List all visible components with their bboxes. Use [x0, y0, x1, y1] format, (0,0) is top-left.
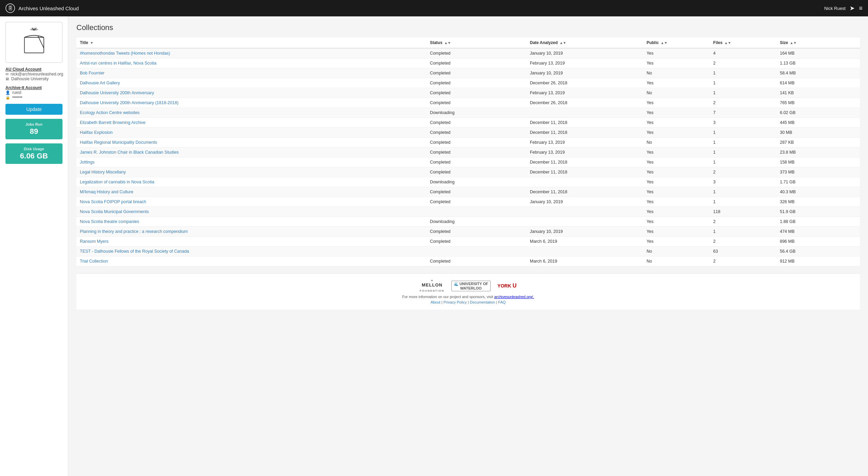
cell-date — [526, 207, 643, 217]
cell-status: Completed — [426, 58, 526, 68]
table-row: Nova Scotia FOIPOP portal breachComplete… — [76, 197, 860, 207]
th-public[interactable]: Public ▲▼ — [643, 38, 710, 48]
cell-files: 1 — [710, 227, 776, 237]
email-icon: ✉ — [5, 72, 9, 76]
cell-files: 7 — [710, 108, 776, 118]
cell-status — [426, 207, 526, 217]
table-row: Legal History MiscellanyCompletedDecembe… — [76, 167, 860, 177]
table-row: TEST - Dalhousie Fellows of the Royal So… — [76, 247, 860, 256]
cell-size: 1.13 GB — [777, 58, 860, 68]
svg-rect-9 — [24, 37, 44, 53]
collection-link[interactable]: Dalhousie University 200th Anniversary (… — [80, 100, 178, 105]
collection-link[interactable]: Ransom Myers — [80, 239, 108, 244]
cell-size: 765 MB — [777, 98, 860, 108]
cell-files: 2 — [710, 217, 776, 227]
collection-link[interactable]: James R. Johnston Chair in Black Canadia… — [80, 150, 179, 155]
collection-link[interactable]: Trial Collection — [80, 259, 108, 264]
brand-title: Archives Unleashed Cloud — [18, 5, 79, 11]
page-title: Collections — [76, 23, 860, 32]
th-status[interactable]: Status ▲▼ — [426, 38, 526, 48]
th-files[interactable]: Files ▲▼ — [710, 38, 776, 48]
header-row: Title ▼ Status ▲▼ Date Analyzed ▲▼ Publi… — [76, 38, 860, 48]
collection-link[interactable]: Dalhousie University 200th Anniversary — [80, 90, 154, 95]
cell-date: January 10, 2019 — [526, 197, 643, 207]
cell-files: 1 — [710, 157, 776, 167]
cell-public: Yes — [643, 58, 710, 68]
size-sort-icon: ▲▼ — [790, 41, 797, 45]
password-row: 🔒 ••••••• — [5, 95, 62, 100]
collection-link[interactable]: Mi'kmaq History and Culture — [80, 190, 133, 194]
th-size[interactable]: Size ▲▼ — [777, 38, 860, 48]
footer-info-text: For more information on our project and … — [402, 295, 493, 299]
cell-public: Yes — [643, 207, 710, 217]
docs-link[interactable]: Documentation — [470, 300, 495, 304]
status-sort-icon: ▲▼ — [444, 41, 451, 45]
collection-link[interactable]: Nova Scotia Municipal Governments — [80, 209, 149, 214]
disk-usage-value: 6.06 GB — [9, 152, 59, 160]
archive-account-title[interactable]: Archive-It Account — [5, 85, 62, 90]
cell-status: Completed — [426, 138, 526, 148]
cell-date: March 6, 2019 — [526, 256, 643, 266]
waterloo-logo: 🌊 UNIVERSITY OFWATERLOO — [451, 281, 491, 291]
sidebar-password: ••••••• — [12, 95, 22, 100]
privacy-link[interactable]: Privacy Policy — [444, 300, 467, 304]
collection-link[interactable]: Halifax Explosion — [80, 130, 113, 135]
logout-icon[interactable]: ➤ — [850, 4, 855, 12]
table-row: Mi'kmaq History and CultureCompletedDece… — [76, 187, 860, 197]
collection-link[interactable]: Ecology Action Centre websites — [80, 110, 140, 115]
cell-size: 164 MB — [777, 48, 860, 58]
footer-links: About | Privacy Policy | Documentation |… — [82, 300, 854, 304]
cell-status: Completed — [426, 187, 526, 197]
jobs-run-value: 89 — [9, 127, 59, 136]
collection-link[interactable]: Artist-run centres in Halifax, Nova Scot… — [80, 61, 156, 66]
collection-link[interactable]: Nova Scotia theatre companies — [80, 219, 139, 224]
update-button[interactable]: Update — [5, 104, 62, 115]
york-logo: YORK U — [497, 283, 517, 289]
cell-date: January 10, 2019 — [526, 227, 643, 237]
cell-public: Yes — [643, 48, 710, 58]
cell-size: 51.9 GB — [777, 207, 860, 217]
au-account-title[interactable]: AU Cloud Account — [5, 67, 62, 72]
footer: ✦ MELLONFOUNDATION 🌊 UNIVERSITY OFWATERL… — [76, 273, 860, 310]
cell-public: Yes — [643, 197, 710, 207]
cell-public: No — [643, 88, 710, 98]
table-row: Dalhousie University 200th Anniversary (… — [76, 98, 860, 108]
collection-link[interactable]: Legal History Miscellany — [80, 170, 126, 174]
collection-link[interactable]: Bob Fournier — [80, 71, 104, 75]
table-row: Nova Scotia Municipal GovernmentsYes1185… — [76, 207, 860, 217]
cell-size: 158 MB — [777, 157, 860, 167]
collection-link[interactable]: Planning in theory and practice : a rese… — [80, 229, 188, 234]
table-row: Dalhousie Art GalleryCompletedDecember 2… — [76, 78, 860, 88]
cell-public: Yes — [643, 167, 710, 177]
cell-date: December 26, 2018 — [526, 98, 643, 108]
user-icon: 👤 — [5, 90, 10, 95]
collection-link[interactable]: Nova Scotia FOIPOP portal breach — [80, 199, 146, 204]
cell-date: March 6, 2019 — [526, 237, 643, 247]
table-row: Trial CollectionCompletedMarch 6, 2019No… — [76, 256, 860, 266]
collection-link[interactable]: Dalhousie Art Gallery — [80, 81, 120, 85]
collection-link[interactable]: TEST - Dalhousie Fellows of the Royal So… — [80, 249, 189, 254]
collection-link[interactable]: Legalization of cannabis in Nova Scotia — [80, 180, 154, 184]
files-sort-icon: ▲▼ — [724, 41, 731, 45]
table-row: Halifax Regional Municipality DocumentsC… — [76, 138, 860, 148]
collection-link[interactable]: Jottings — [80, 160, 95, 165]
table-row: Elizabeth Barrett Browning ArchiveComple… — [76, 118, 860, 128]
about-link[interactable]: About — [431, 300, 440, 304]
collection-link[interactable]: #homesnothondas Tweets (Homes not Hondas… — [80, 51, 170, 56]
cell-public: No — [643, 256, 710, 266]
cell-files: 2 — [710, 98, 776, 108]
table-row: Dalhousie University 200th AnniversaryCo… — [76, 88, 860, 98]
cell-status — [426, 247, 526, 256]
cell-size: 373 MB — [777, 167, 860, 177]
table-row: Ransom MyersCompletedMarch 6, 2019Yes289… — [76, 237, 860, 247]
th-title[interactable]: Title ▼ — [76, 38, 426, 48]
cell-files: 1 — [710, 78, 776, 88]
faq-link[interactable]: FAQ — [498, 300, 506, 304]
footer-site-link[interactable]: archivesunleashed.org/. — [494, 295, 534, 299]
cell-public: Yes — [643, 148, 710, 157]
table-row: Artist-run centres in Halifax, Nova Scot… — [76, 58, 860, 68]
menu-icon[interactable]: ≡ — [859, 5, 863, 12]
th-date[interactable]: Date Analyzed ▲▼ — [526, 38, 643, 48]
collection-link[interactable]: Elizabeth Barrett Browning Archive — [80, 120, 145, 125]
collection-link[interactable]: Halifax Regional Municipality Documents — [80, 140, 157, 145]
